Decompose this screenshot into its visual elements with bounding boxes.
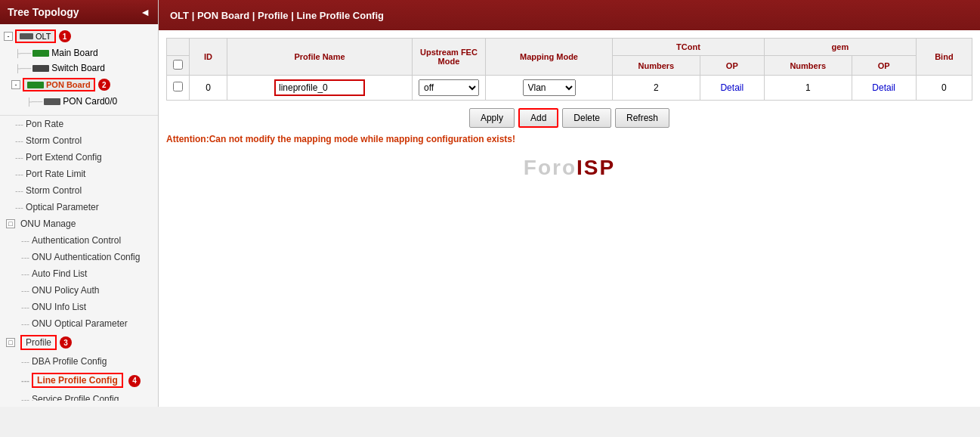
app-root: Tree Topology ◄ - OLT 1 ├──: [0, 0, 980, 407]
nav-pon-rate[interactable]: --- Pon Rate: [0, 116, 158, 132]
profile-expand-icon[interactable]: □: [6, 338, 15, 347]
watermark-highlight: ISP: [577, 156, 615, 179]
row-gem-numbers: 1: [764, 76, 852, 101]
select-all-checkbox[interactable]: [173, 60, 183, 70]
nav-port-rate-limit[interactable]: --- Port Rate Limit: [0, 166, 158, 182]
expand-icon[interactable]: -: [4, 32, 13, 41]
olt-label[interactable]: OLT: [15, 29, 56, 43]
ponboard-expand-icon[interactable]: -: [11, 80, 20, 89]
tree-item-olt[interactable]: - OLT 1: [0, 27, 158, 45]
tree-item-ponboard[interactable]: - PON Board 2: [0, 76, 158, 94]
sidebar-title: Tree Topology ◄: [0, 0, 158, 24]
upstream-fec-select[interactable]: off on: [419, 79, 479, 96]
nav-service-profile[interactable]: --- Service Profile Config: [0, 391, 158, 401]
nav-port-extend[interactable]: --- Port Extend Config: [0, 149, 158, 166]
breadcrumb: OLT | PON Board | Profile | Line Profile…: [170, 10, 384, 21]
line-profile-badge: 4: [128, 375, 141, 387]
tree-item-switchboard[interactable]: ├── Switch Board: [0, 60, 158, 76]
row-bind-number: 0: [916, 76, 972, 101]
sidebar: Tree Topology ◄ - OLT 1 ├──: [0, 0, 159, 407]
line-profile-table: ID Profile Name Upstream FECMode Mapping…: [166, 38, 972, 101]
col-bind: Bind: [916, 39, 972, 76]
apply-button[interactable]: Apply: [469, 108, 515, 128]
nav-onu-optical-param[interactable]: --- ONU Optical Parameter: [0, 315, 158, 332]
poncard-icon: [44, 98, 60, 105]
tree-item-poncard[interactable]: ├── PON Card0/0: [0, 94, 158, 109]
profile-label[interactable]: Profile: [20, 335, 57, 350]
col-upstream-fec: Upstream FECMode: [412, 39, 485, 76]
col-tcont: TCont: [613, 39, 765, 56]
row-checkbox-cell[interactable]: [167, 76, 190, 101]
nav-auto-find-list[interactable]: --- Auto Find List: [0, 265, 158, 282]
content-area: OLT | PON Board | Profile | Line Profile…: [159, 0, 980, 407]
sidebar-title-text: Tree Topology: [8, 6, 79, 18]
mainboard-icon: [32, 50, 49, 57]
nav-dba-profile[interactable]: --- DBA Profile Config: [0, 353, 158, 370]
col-select-all[interactable]: [167, 56, 190, 76]
row-id: 0: [190, 76, 227, 101]
onu-manage-expand-icon[interactable]: □: [6, 219, 15, 228]
row-gem-op[interactable]: Detail: [852, 76, 916, 101]
action-buttons: Apply Add Delete Refresh: [166, 108, 972, 128]
attention-message: Attention:Can not modify the mapping mod…: [166, 134, 972, 144]
col-gem-numbers: Numbers: [764, 56, 852, 76]
tree-nav: - OLT 1 ├── Main Board ├──: [0, 24, 158, 401]
col-mapping-mode: Mapping Mode: [485, 39, 612, 76]
profile-badge: 3: [60, 336, 72, 349]
row-checkbox[interactable]: [173, 82, 183, 91]
row-tcont-op[interactable]: Detail: [700, 76, 764, 101]
col-tcont-numbers: Numbers: [613, 56, 700, 76]
table-row: 0 off on: [167, 76, 972, 101]
olt-icon: [20, 33, 33, 39]
olt-badge: 1: [59, 30, 71, 42]
nav-storm-control[interactable]: --- Storm Control: [0, 132, 158, 149]
col-profile-name: Profile Name: [227, 39, 413, 76]
ponboard-badge: 2: [98, 79, 110, 91]
switchboard-icon: [32, 65, 49, 72]
tree-item-mainboard[interactable]: ├── Main Board: [0, 45, 158, 60]
content-body: ID Profile Name Upstream FECMode Mapping…: [159, 30, 980, 188]
attention-text-body: Can not modify the mapping mode while ma…: [209, 134, 515, 144]
row-mapping-mode[interactable]: Vlan GEM Priority: [485, 76, 612, 101]
row-profile-name: [227, 76, 413, 101]
content-header: OLT | PON Board | Profile | Line Profile…: [159, 0, 980, 30]
nav-onu-policy-auth[interactable]: --- ONU Policy Auth: [0, 282, 158, 299]
nav-group-onu-manage[interactable]: □ ONU Manage: [0, 215, 158, 232]
row-upstream-fec[interactable]: off on: [412, 76, 485, 101]
gem-detail-link[interactable]: Detail: [872, 82, 895, 93]
nav-optical-param[interactable]: --- Optical Parameter: [0, 199, 158, 215]
attention-prefix: Attention:: [166, 134, 209, 144]
nav-line-profile[interactable]: --- Line Profile Config 4: [0, 370, 158, 391]
tcont-detail-link[interactable]: Detail: [720, 82, 744, 93]
refresh-button[interactable]: Refresh: [615, 108, 669, 128]
col-checkbox: [167, 39, 190, 56]
nav-auth-control[interactable]: --- Authentication Control: [0, 232, 158, 249]
nav-onu-info-list[interactable]: --- ONU Info List: [0, 299, 158, 315]
col-gem: gem: [764, 39, 916, 56]
mapping-mode-select[interactable]: Vlan GEM Priority: [523, 79, 576, 96]
delete-button[interactable]: Delete: [562, 108, 611, 128]
col-tcont-op: OP: [700, 56, 764, 76]
nav-onu-auth-config[interactable]: --- ONU Authentication Config: [0, 249, 158, 265]
nav-storm-control2[interactable]: --- Storm Control: [0, 182, 158, 199]
ponboard-icon: [27, 82, 44, 88]
pon-board-label[interactable]: PON Board: [23, 78, 95, 91]
col-id: ID: [190, 39, 227, 76]
nav-group-profile[interactable]: □ Profile 3: [0, 332, 158, 353]
col-gem-op: OP: [852, 56, 916, 76]
watermark: ForoISP: [166, 156, 972, 180]
line-profile-label[interactable]: Line Profile Config: [32, 373, 123, 388]
add-button[interactable]: Add: [518, 108, 558, 128]
row-tcont-numbers: 2: [613, 76, 700, 101]
collapse-arrow-icon[interactable]: ◄: [140, 6, 150, 18]
profile-name-input[interactable]: [274, 79, 365, 96]
